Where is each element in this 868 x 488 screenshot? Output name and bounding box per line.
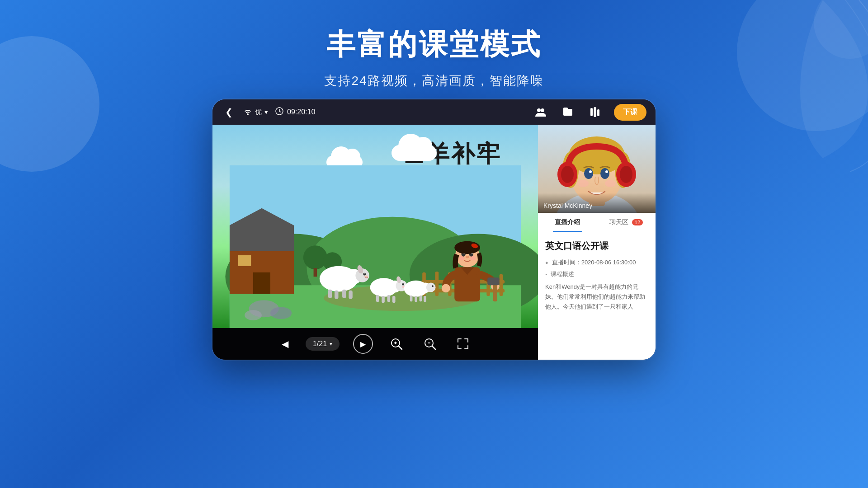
teacher-video: Krystal McKinney (538, 125, 656, 213)
time-value: 09:20:10 (287, 108, 315, 116)
svg-point-72 (442, 284, 450, 292)
cartoon-scene (212, 165, 538, 328)
svg-point-76 (270, 307, 292, 319)
back-icon: ❮ (225, 107, 233, 117)
zoom-out-button[interactable] (420, 334, 440, 354)
svg-point-3 (541, 108, 544, 112)
svg-rect-6 (597, 109, 599, 116)
clock-icon (275, 107, 283, 117)
chat-badge: 12 (632, 219, 643, 225)
teacher-name-overlay: Krystal McKinney (538, 193, 656, 213)
svg-rect-48 (382, 296, 385, 303)
svg-rect-57 (420, 296, 422, 301)
course-title: 英文口语公开课 (545, 239, 648, 252)
svg-point-53 (426, 283, 436, 292)
back-button[interactable]: ❮ (222, 105, 236, 119)
fullscreen-icon (457, 338, 469, 350)
cloud-2 (392, 145, 437, 161)
page-indicator[interactable]: 1/21 ▾ (306, 337, 340, 351)
zoom-in-icon (390, 338, 403, 350)
play-icon: ▶ (360, 340, 366, 348)
prev-slide-icon: ◀ (282, 338, 288, 349)
files-icon-btn[interactable] (560, 104, 576, 120)
svg-rect-39 (342, 290, 346, 298)
content-area: 亡羊补牢 (212, 125, 656, 360)
doc-icon: ▪ (545, 271, 547, 277)
page-display: 1/21 (313, 340, 327, 348)
wifi-signal: 优 ▾ (243, 108, 268, 117)
tools-icon-btn[interactable] (587, 104, 603, 120)
svg-point-93 (600, 168, 609, 179)
page-dropdown-icon: ▾ (330, 341, 332, 347)
wifi-icon (243, 108, 252, 117)
slides-area: 亡羊补牢 (212, 125, 538, 360)
svg-point-61 (459, 256, 465, 260)
tab-chat-label: 聊天区 (609, 218, 628, 225)
svg-point-17 (303, 245, 327, 269)
svg-rect-4 (590, 108, 593, 116)
svg-point-2 (537, 108, 541, 112)
svg-rect-5 (594, 107, 596, 117)
right-sidebar: Krystal McKinney 直播介绍 聊天区 12 英文口语公开课 ● 直… (538, 125, 656, 360)
svg-rect-56 (415, 296, 417, 302)
device-mockup: ❮ 优 ▾ 09:20:10 (212, 99, 656, 360)
svg-point-97 (605, 180, 616, 187)
teacher-name: Krystal McKinney (543, 202, 592, 209)
tab-intro[interactable]: 直播介绍 (538, 213, 597, 232)
sidebar-tabs: 直播介绍 聊天区 12 (538, 213, 656, 232)
svg-line-84 (432, 346, 435, 349)
quality-dropdown-icon: ▾ (264, 108, 268, 116)
top-bar-right: 下课 (533, 104, 646, 121)
participants-icon-btn[interactable] (533, 104, 549, 120)
sidebar-content: 英文口语公开课 ● 直播时间：2020-08-06 16:30:00 ▪ 课程概… (538, 232, 656, 360)
end-class-button[interactable]: 下课 (614, 104, 646, 121)
live-time-text: 直播时间：2020-08-06 16:30:00 (552, 258, 636, 267)
svg-rect-15 (253, 272, 270, 294)
zoom-in-button[interactable] (387, 334, 406, 354)
course-description: Ken和Wendy是一对具有超能力的兄妹。他们常常利用他们的超能力来帮助他人。今… (545, 282, 648, 312)
svg-point-34 (364, 273, 365, 274)
svg-rect-74 (487, 277, 500, 285)
svg-rect-55 (410, 296, 413, 301)
svg-rect-49 (387, 295, 391, 302)
header-section: 丰富的课堂模式 支持24路视频，高清画质，智能降噪 (0, 0, 868, 89)
svg-point-62 (470, 256, 476, 260)
svg-point-94 (589, 170, 592, 173)
svg-point-54 (432, 285, 434, 287)
svg-point-101 (620, 166, 632, 183)
svg-line-81 (399, 346, 402, 349)
prev-slide-button[interactable]: ◀ (278, 335, 292, 353)
live-time-row: ● 直播时间：2020-08-06 16:30:00 (545, 258, 648, 267)
quality-label: 优 (255, 108, 262, 117)
svg-rect-27 (500, 274, 503, 296)
live-dot-icon: ● (545, 260, 548, 265)
sub-title: 支持24路视频，高清画质，智能降噪 (0, 72, 868, 89)
svg-rect-18 (314, 268, 317, 277)
svg-rect-58 (424, 296, 426, 302)
svg-rect-40 (349, 291, 353, 299)
svg-point-92 (584, 168, 593, 179)
svg-rect-16 (238, 255, 251, 266)
tab-chat[interactable]: 聊天区 12 (597, 213, 656, 232)
slide-image: 亡羊补牢 (212, 125, 538, 328)
svg-point-77 (245, 310, 262, 320)
slide-controls: ◀ 1/21 ▾ ▶ (212, 328, 538, 360)
tab-intro-label: 直播介绍 (555, 218, 580, 225)
svg-point-95 (605, 170, 608, 173)
top-bar: ❮ 优 ▾ 09:20:10 (212, 99, 656, 125)
fullscreen-button[interactable] (453, 334, 472, 353)
svg-point-44 (402, 283, 404, 286)
outline-label: 课程概述 (551, 270, 574, 278)
outline-row: ▪ 课程概述 (545, 270, 648, 278)
svg-point-33 (363, 273, 366, 276)
svg-point-67 (466, 256, 469, 258)
play-button[interactable]: ▶ (353, 334, 373, 354)
zoom-out-icon (424, 338, 436, 350)
svg-point-96 (578, 180, 589, 187)
svg-point-99 (561, 166, 574, 183)
time-display: 09:20:10 (275, 107, 315, 117)
svg-rect-37 (328, 290, 332, 298)
main-title: 丰富的课堂模式 (0, 25, 868, 64)
svg-rect-47 (376, 295, 379, 302)
svg-rect-38 (335, 291, 339, 299)
